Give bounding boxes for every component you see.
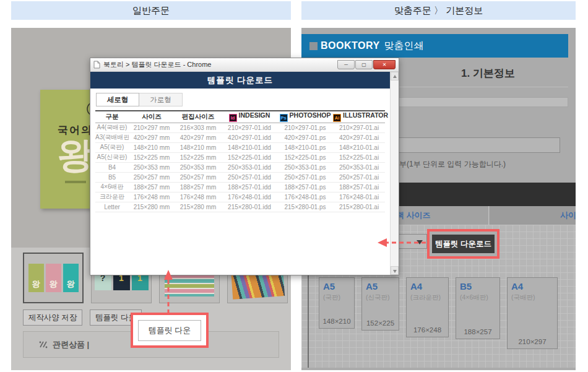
table-row: 4×6배판188×257 mm188×257 mm188×257-01.idd1… (95, 182, 385, 192)
table-cell[interactable]: 250×353-01.idd (222, 162, 277, 172)
size-card-subtitle: (국판) (323, 293, 350, 302)
table-cell[interactable]: 188×257-01.ai (333, 182, 385, 192)
size-card-b5-3[interactable]: B5(4×6배판)188×257 (456, 277, 500, 339)
table-cell: B5 (95, 172, 129, 182)
scroll-up-icon[interactable] (391, 72, 399, 80)
table-cell[interactable]: 215×280-01.idd (222, 202, 277, 212)
table-cell[interactable]: 250×353-01.ps (277, 162, 333, 172)
size-card-dimensions: 176×248 (413, 326, 441, 334)
template-down-callout-button[interactable]: 템플릿 다운 (138, 320, 201, 341)
table-cell[interactable]: 176×248-01.ai (333, 192, 385, 202)
table-cell[interactable]: 250×353-01.ai (333, 162, 385, 172)
close-button[interactable]: ✕ (373, 60, 396, 69)
table-cell[interactable]: 152×225-01.ai (333, 152, 385, 162)
size-card-subtitle: (4×6배판) (460, 293, 496, 302)
chevron-down-icon (417, 240, 423, 244)
table-cell: 420×297 mm (129, 132, 175, 142)
book-author-caption (65, 181, 86, 183)
template-download-button[interactable]: 템플릿 다운로드 (432, 235, 495, 253)
table-cell[interactable]: 210×297-01.idd (222, 123, 277, 132)
related-products-icon (38, 340, 48, 349)
table-cell: 188×257 mm (129, 182, 175, 192)
size-card-subtitle: (크라운판) (410, 293, 444, 302)
booktory-brand-bar: BOOKTORY 맞춤인쇄 (301, 34, 568, 58)
minimize-button[interactable]: ─ (337, 60, 355, 69)
window-content: 템플릿 다운로드 세로형 가로형 구분사이즈편집사이즈IdINDESIGNPsP… (90, 72, 399, 275)
size-card-subtitle: (신국판) (366, 293, 395, 302)
size-card-name: A4 (410, 281, 444, 292)
brand-square-icon (309, 42, 318, 50)
table-cell: 250×353 mm (129, 162, 175, 172)
table-header-cell: PsPHOTOSHOP (277, 111, 333, 123)
size-card-a5-1[interactable]: A5(신국판)152×225 (361, 277, 399, 331)
right-panel-title: 맞춤주문 〉 기본정보 (301, 1, 576, 20)
table-cell: B4 (95, 162, 129, 172)
mini-cover-pink: 왕 (46, 264, 61, 292)
table-cell[interactable]: 148×210-01.ai (333, 142, 385, 152)
size-card-name: A4 (511, 281, 553, 292)
table-cell[interactable]: 188×257-01.ps (277, 182, 333, 192)
popup-main: 템플릿 다운로드 세로형 가로형 구분사이즈편집사이즈IdINDESIGNPsP… (90, 72, 390, 275)
table-cell[interactable]: 420×297-01.ai (333, 132, 385, 142)
window-titlebar[interactable]: 북토리 > 템플릿 다운로드 - Chrome ─ ▢ ✕ (90, 58, 399, 72)
table-cell: 148×210 mm (129, 142, 175, 152)
table-cell: 215×280 mm (129, 202, 175, 212)
tab-size-label: 사이즈 (560, 206, 576, 225)
indesign-icon: Id (229, 114, 237, 122)
table-cell: A3(국배배판) (95, 132, 129, 142)
window-title: 북토리 > 템플릿 다운로드 - Chrome (103, 60, 337, 69)
table-cell: 216×303 mm (175, 123, 222, 132)
related-products-label: 관련상품 | (53, 339, 89, 350)
table-header-row: 구분사이즈편집사이즈IdINDESIGNPsPHOTOSHOPAiILLUSTR… (95, 111, 385, 123)
size-card-dimensions: 148×210 (322, 318, 350, 325)
table-cell: A5(국판) (95, 142, 129, 152)
table-row: Letter215×280 mm215×280 mm215×280-01.idd… (95, 202, 385, 212)
table-cell: 152×225 mm (175, 152, 222, 162)
table-row: 크라운판176×248 mm176×248 mm176×248-01.idd17… (95, 192, 385, 202)
table-cell[interactable]: 215×280-01.ai (333, 202, 385, 212)
template-table: 구분사이즈편집사이즈IdINDESIGNPsPHOTOSHOPAiILLUSTR… (95, 110, 385, 212)
table-cell: 250×353 mm (175, 162, 222, 172)
table-cell: 250×257 mm (175, 172, 222, 182)
size-card-a5-0[interactable]: A5(국판)148×210 (319, 277, 355, 329)
table-cell: A4(국배판) (95, 123, 129, 132)
table-cell[interactable]: 152×225-01.ps (277, 152, 333, 162)
table-cell[interactable]: 250×257-01.ai (333, 172, 385, 182)
table-cell[interactable]: 176×248-01.ps (277, 192, 333, 202)
table-cell[interactable]: 188×257-01.idd (222, 182, 277, 192)
table-cell[interactable]: 250×257-01.idd (222, 172, 277, 182)
table-header-cell: 편집사이즈 (175, 111, 222, 123)
scrollbar[interactable] (390, 72, 399, 275)
table-cell: 420×297 mm (175, 132, 222, 142)
table-header-cell: 사이즈 (129, 111, 175, 123)
table-row: B5250×257 mm250×257 mm250×257-01.idd250×… (95, 172, 385, 182)
tab-size[interactable]: 사이즈 (490, 206, 576, 225)
table-cell[interactable]: 250×257-01.ps (277, 172, 333, 182)
table-cell[interactable]: 420×297-01.idd (222, 132, 277, 142)
table-cell[interactable]: 152×225-01.idd (222, 152, 277, 162)
table-cell[interactable]: 176×248-01.idd (222, 192, 277, 202)
size-card-a4-4[interactable]: A4(국배판)210×297 (507, 277, 558, 349)
table-cell[interactable]: 210×297-01.ps (277, 123, 333, 132)
table-cell[interactable]: 420×297-01.ps (277, 132, 333, 142)
tab-horizontal[interactable]: 가로형 (139, 93, 183, 106)
mini-cover-green: 왕 (28, 264, 44, 292)
table-cell: 188×257 mm (175, 182, 222, 192)
table-cell[interactable]: 148×210-01.idd (222, 142, 277, 152)
scroll-down-icon[interactable] (391, 266, 399, 275)
table-cell[interactable]: 215×280-01.ps (277, 202, 333, 212)
table-row: A5(국판)148×210 mm148×210 mm148×210-01.idd… (95, 142, 385, 152)
maximize-button[interactable]: ▢ (355, 60, 373, 69)
thumbnail-covers-trio[interactable]: 왕 왕 왕 (23, 253, 84, 303)
document-icon (93, 61, 100, 69)
table-cell[interactable]: 210×297-01.ai (333, 123, 385, 132)
table-row: A4(국배판)210×297 mm216×303 mm210×297-01.id… (95, 123, 385, 132)
table-cell[interactable]: 148×210-01.ps (277, 142, 333, 152)
table-row: B4250×353 mm250×353 mm250×353-01.idd250×… (95, 162, 385, 172)
size-card-name: A5 (366, 281, 395, 292)
size-card-a4-2[interactable]: A4(크라운판)176×248 (406, 277, 449, 337)
popup-header: 템플릿 다운로드 (90, 72, 390, 89)
save-spec-button[interactable]: 제작사양 저장 (23, 309, 82, 326)
tab-vertical[interactable]: 세로형 (96, 93, 139, 106)
illustrator-icon: Ai (333, 114, 341, 122)
